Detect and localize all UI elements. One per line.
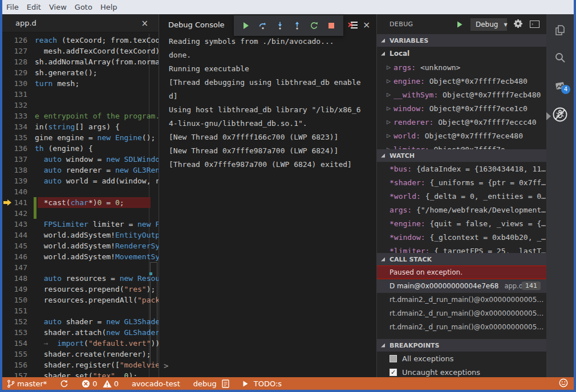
variable-row[interactable]: ▷engine: Object@*0x7ffff7ecb480 xyxy=(377,74,546,88)
code-line[interactable]: 139 auto world = add(window, renderer); xyxy=(2,175,159,186)
sync-button[interactable] xyxy=(60,379,68,388)
breakpoint-row[interactable]: All exceptions xyxy=(377,352,546,365)
variable-row[interactable]: ▷window: Object@*0x7ffff7ece1c0 xyxy=(377,101,546,115)
line-number[interactable]: 133 xyxy=(2,111,27,121)
console-close-icon[interactable]: × xyxy=(363,19,370,30)
variable-row[interactable]: ▷args: <unknown> xyxy=(377,60,546,74)
section-header-breakpoints[interactable]: BREAKPOINTS xyxy=(377,339,546,352)
line-number[interactable]: 136 xyxy=(2,143,27,154)
line-number[interactable]: 153 xyxy=(2,327,27,338)
line-number[interactable]: 147 xyxy=(2,262,27,273)
checkbox-unchecked[interactable] xyxy=(390,355,397,362)
stack-frame-row[interactable]: rt.dmain2._d_run_main()@0x00000000005… xyxy=(377,307,546,320)
watch-row[interactable]: *engine: {quit = false, _views = {… xyxy=(377,217,546,230)
code-line[interactable]: 140 xyxy=(2,186,159,197)
search-icon[interactable] xyxy=(546,46,574,69)
code-line[interactable]: 138 auto renderer = new GL3Renderer(wind… xyxy=(2,165,159,175)
mode-item[interactable]: debug xyxy=(193,379,217,388)
line-number[interactable]: 140 xyxy=(2,186,27,197)
code-line[interactable]: 148 auto resources = new ResourceManager… xyxy=(2,273,159,284)
restart-button[interactable] xyxy=(306,17,323,34)
todo-item[interactable]: TODO:s xyxy=(254,379,282,388)
code-line[interactable]: 155 shader.create(renderer); xyxy=(2,349,159,360)
code-line[interactable]: 129sh.generate(); xyxy=(2,67,159,78)
scope-row-local[interactable]: Local xyxy=(377,47,546,60)
code-line[interactable]: 151 xyxy=(2,305,159,316)
code-line[interactable]: 134in(string[] args) { xyxy=(2,121,159,132)
line-number[interactable]: 132 xyxy=(2,100,27,111)
line-number[interactable]: 151 xyxy=(2,305,27,316)
line-number[interactable]: 134 xyxy=(2,121,27,132)
warnings-item[interactable]: 0 xyxy=(103,379,119,388)
source-control-icon[interactable] xyxy=(546,75,574,97)
line-number[interactable]: 157 xyxy=(2,370,27,377)
stack-frame-row[interactable]: D main@0x00000000004e7e68app.d141 xyxy=(377,279,546,293)
run-todo-icon[interactable] xyxy=(242,380,249,387)
code-line[interactable]: 143 FPSLimiter limiter = new FPSLimiter(… xyxy=(2,219,159,230)
line-number[interactable]: 128 xyxy=(2,56,27,67)
watch-row[interactable]: args: {"/home/webfreak/Development… xyxy=(377,203,546,217)
start-debug-button[interactable] xyxy=(456,20,464,31)
menu-item-edit[interactable]: Edit xyxy=(23,3,45,11)
open-console-icon[interactable]: › xyxy=(530,21,540,28)
code-line[interactable]: 141 *cast(char*)0 = 0; xyxy=(2,197,159,208)
menu-item-help[interactable]: Help xyxy=(96,3,121,11)
code-line[interactable]: 133e entrypoint of the program. xyxy=(2,111,159,121)
git-branch-item[interactable]: master* xyxy=(7,379,47,388)
watch-row[interactable]: *limiter: {_targetFPS = 25, _lastT… xyxy=(377,244,546,253)
continue-button[interactable] xyxy=(237,17,254,34)
code-line[interactable]: 152 auto shader = new GL3ShaderProgram()… xyxy=(2,316,159,327)
menu-item-goto[interactable]: Goto xyxy=(71,3,96,11)
menu-item-file[interactable]: File xyxy=(2,3,23,11)
files-icon[interactable] xyxy=(546,19,574,42)
step-into-button[interactable] xyxy=(271,17,289,34)
code-line[interactable]: 150 resources.prependAll("packs/*.pack")… xyxy=(2,295,159,305)
stack-frame-row[interactable]: rt.dmain2._d_run_main()@0x00000000005… xyxy=(377,320,546,334)
stop-button[interactable] xyxy=(323,17,340,34)
checkbox-checked[interactable]: ✓ xyxy=(390,369,397,376)
line-number[interactable]: 144 xyxy=(2,230,27,240)
variable-row[interactable]: ▷world: Object@*0x7ffff7ece480 xyxy=(377,129,546,142)
code-editor[interactable]: 126reach (texCoord; from.texCoords)127 m… xyxy=(2,34,159,377)
menu-item-view[interactable]: View xyxy=(45,3,71,11)
code-line[interactable]: 137 auto window = new SDLWindow( xyxy=(2,154,159,165)
code-line[interactable]: 142 xyxy=(2,208,159,219)
section-header-watch[interactable]: WATCH xyxy=(377,149,546,162)
tab-close-icon[interactable]: × xyxy=(141,18,148,28)
code-line[interactable]: 146 world.addSystem!MovementSystem; xyxy=(2,251,159,262)
watch-row[interactable]: *window: {_glcontext = 0xb40b20, _… xyxy=(377,230,546,244)
line-number[interactable]: 155 xyxy=(2,349,27,360)
watch-row[interactable]: *shader: {_uniforms = {ptr = 0x7ff… xyxy=(377,175,546,189)
code-line[interactable]: 154 → import("default.vert")); xyxy=(2,338,159,349)
section-header-variables[interactable]: VARIABLES xyxy=(377,34,546,47)
code-line[interactable]: 128sh.addNormalArray(from.normals); xyxy=(2,56,159,67)
code-line[interactable]: 149 resources.prepend("res"); xyxy=(2,284,159,295)
configure-gear-icon[interactable] xyxy=(513,19,523,31)
line-number[interactable]: 148 xyxy=(2,273,27,284)
line-number[interactable]: 154 xyxy=(2,338,27,349)
console-prompt[interactable]: > xyxy=(164,361,168,370)
tab-app-d[interactable]: app.d xyxy=(2,19,36,27)
code-line[interactable]: 156 shader.register(["modelview", "proje… xyxy=(2,360,159,370)
line-number[interactable]: 129 xyxy=(2,67,27,78)
line-number[interactable]: 130 xyxy=(2,78,27,89)
variable-row[interactable]: ▷__withSym: Object@*0x7ffff7ecb480 xyxy=(377,88,546,101)
clear-console-icon[interactable] xyxy=(348,21,358,32)
line-number[interactable]: 152 xyxy=(2,316,27,327)
line-number[interactable]: 149 xyxy=(2,284,27,295)
line-number[interactable]: 143 xyxy=(2,219,27,230)
step-over-button[interactable] xyxy=(254,17,271,34)
line-number[interactable]: 126 xyxy=(2,35,27,46)
variable-row[interactable]: ▷renderer: Object@*0x7ffff7eccc40 xyxy=(377,115,546,129)
line-number[interactable]: 150 xyxy=(2,295,27,305)
breakpoint-row[interactable]: ✓Uncaught exceptions xyxy=(377,365,546,377)
code-line[interactable]: 157 shader.set("tex", 0); xyxy=(2,370,159,377)
code-line[interactable]: 131 xyxy=(2,89,159,100)
code-line[interactable]: 127 mesh.addTexCoord(texCoord); xyxy=(2,46,159,56)
line-number[interactable]: 139 xyxy=(2,175,27,186)
section-header-call-stack[interactable]: CALL STACK xyxy=(377,253,546,266)
line-number[interactable]: 142 xyxy=(2,208,27,219)
code-line[interactable]: 144 world.addSystem!EntityOutputSystem; xyxy=(2,230,159,240)
stack-frame-row[interactable]: rt.dmain2._d_run_main()@0x00000000005… xyxy=(377,293,546,307)
line-number[interactable]: 138 xyxy=(2,165,27,175)
